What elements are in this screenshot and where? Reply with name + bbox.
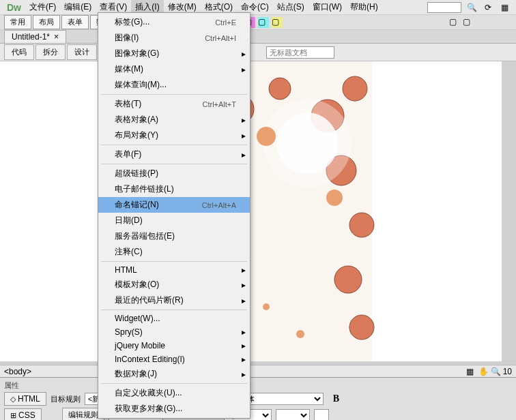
submenu-arrow-icon: ▸ <box>242 341 246 350</box>
menu-item-WidgetW[interactable]: Widget(W)... <box>98 312 250 325</box>
menu-separator <box>101 261 247 262</box>
zoom-tool-icon[interactable]: 🔍 <box>491 367 500 376</box>
svg-point-29 <box>334 266 362 293</box>
svg-point-40 <box>296 330 304 338</box>
menu-item-label: 媒体查询(M)... <box>115 79 236 91</box>
menu-edit[interactable]: 编辑(E) <box>60 0 96 15</box>
view-code[interactable]: 代码 <box>4 44 34 60</box>
menu-item-I[interactable]: 图像(I)Ctrl+Alt+I <box>98 30 250 46</box>
menu-item-A[interactable]: 表格对象(A)▸ <box>98 112 250 127</box>
menu-file[interactable]: 文件(F) <box>25 0 60 15</box>
menu-item-M[interactable]: 媒体查询(M)... <box>98 77 250 93</box>
tb-icon-sep2[interactable]: ▢ <box>463 17 474 28</box>
menu-item-T[interactable]: 表格(T)Ctrl+Alt+T <box>98 96 250 112</box>
bold-button[interactable]: B <box>333 393 339 404</box>
menubar: Dw 文件(F) 编辑(E) 查看(V) 插入(I) 修改(M) 格式(O) 命… <box>0 0 516 15</box>
menu-window[interactable]: 窗口(W) <box>309 0 346 15</box>
svg-point-30 <box>349 315 374 340</box>
tag-path[interactable]: <body> <box>4 367 31 376</box>
menu-item-label: 注释(C) <box>115 246 236 258</box>
submenu-arrow-icon: ▸ <box>242 355 246 364</box>
menu-item-label: 表格(T) <box>115 98 202 110</box>
select-tool-icon[interactable]: ▦ <box>466 367 476 376</box>
view-split[interactable]: 拆分 <box>35 44 66 60</box>
menu-item-label: 布局对象(Y) <box>115 130 236 141</box>
menu-item-J[interactable]: 数据对象(J)▸ <box>98 366 250 382</box>
menu-item-label: 服务器端包括(E) <box>115 230 236 242</box>
submenu-arrow-icon: ▸ <box>242 131 246 140</box>
tb-icon-sep1[interactable]: ▢ <box>449 17 460 28</box>
menu-item-label: 表格对象(A) <box>115 114 236 125</box>
svg-point-32 <box>263 99 352 188</box>
layout-dropdown[interactable] <box>427 2 461 13</box>
menu-item-Y[interactable]: 布局对象(Y)▸ <box>98 127 250 143</box>
tb-icon-8[interactable]: ▢ <box>272 17 283 28</box>
menu-item-label: 标签(G)... <box>115 16 215 28</box>
view-design[interactable]: 设计 <box>67 44 97 60</box>
menu-item-SpryS[interactable]: Spry(S)▸ <box>98 325 250 339</box>
menu-item-label: jQuery Mobile <box>115 341 236 350</box>
menu-item-jQueryMobile[interactable]: jQuery Mobile▸ <box>98 339 250 352</box>
menu-item-InContextEditingI[interactable]: InContext Editing(I)▸ <box>98 352 250 366</box>
svg-point-28 <box>349 213 374 237</box>
insert-dropdown-menu: 标签(G)...Ctrl+E图像(I)Ctrl+Alt+I图像对象(G)▸媒体(… <box>98 12 250 419</box>
menu-item-label: 超级链接(P) <box>115 168 236 179</box>
menu-item-label: 媒体(M) <box>115 63 236 75</box>
props-css-tab[interactable]: ⊞ CSS <box>4 408 42 421</box>
menu-item-R[interactable]: 最近的代码片断(R)▸ <box>98 292 250 308</box>
menu-item-E[interactable]: 服务器端包括(E) <box>98 228 250 244</box>
menu-item-label: 获取更多对象(G)... <box>115 403 236 415</box>
menu-item-G[interactable]: 获取更多对象(G)... <box>98 401 250 417</box>
tb-icon-7[interactable]: ▢ <box>258 17 269 28</box>
submenu-arrow-icon: ▸ <box>242 296 246 305</box>
menu-item-M[interactable]: 媒体(M)▸ <box>98 61 250 77</box>
menu-item-G[interactable]: 标签(G)...Ctrl+E <box>98 14 250 30</box>
menu-help[interactable]: 帮助(H) <box>346 0 382 15</box>
menubar-right: 🔍 ⟳ ▦ <box>427 2 516 13</box>
close-icon[interactable]: × <box>54 32 59 42</box>
menu-item-L[interactable]: 电子邮件链接(L) <box>98 181 250 197</box>
menu-item-label: 数据对象(J) <box>115 368 236 380</box>
submenu-arrow-icon: ▸ <box>242 115 246 125</box>
menu-item-O[interactable]: 模板对象(O)▸ <box>98 277 250 292</box>
tab-layout[interactable]: 布局 <box>33 15 60 29</box>
svg-point-21 <box>269 78 291 100</box>
menu-item-D[interactable]: 日期(D) <box>98 213 250 228</box>
menu-item-C[interactable]: 注释(C) <box>98 244 250 260</box>
props-html-tab[interactable]: ◇ HTML <box>4 392 46 406</box>
doc-tab-bar: Untitled-1* × <box>0 30 516 44</box>
hand-tool-icon[interactable]: ✋ <box>478 367 488 376</box>
menu-item-label: 模板对象(O) <box>115 279 236 290</box>
svg-point-34 <box>257 127 276 146</box>
submenu-arrow-icon: ▸ <box>242 65 246 74</box>
menu-item-HTML[interactable]: HTML▸ <box>98 263 250 277</box>
app-logo: Dw <box>3 2 25 13</box>
grid-icon[interactable]: ▦ <box>498 2 511 13</box>
doc-tab[interactable]: Untitled-1* × <box>4 30 66 43</box>
menu-shortcut: Ctrl+E <box>215 18 236 27</box>
sync-icon[interactable]: ⟳ <box>482 2 494 13</box>
menu-item-P[interactable]: 超级链接(P) <box>98 166 250 181</box>
menu-item-label: InContext Editing(I) <box>115 355 236 364</box>
svg-point-38 <box>263 303 270 310</box>
menu-item-N[interactable]: 命名锚记(N)Ctrl+Alt+A <box>98 197 250 213</box>
title-input[interactable] <box>266 46 334 59</box>
search-icon[interactable]: 🔍 <box>465 2 478 13</box>
tab-common[interactable]: 常用 <box>4 15 31 29</box>
color-swatch[interactable] <box>314 409 329 421</box>
menu-shortcut: Ctrl+Alt+A <box>202 201 236 209</box>
menu-item-label: Widget(W)... <box>115 314 236 323</box>
menu-item-F[interactable]: 表单(F)▸ <box>98 147 250 162</box>
tab-forms[interactable]: 表单 <box>61 15 89 29</box>
submenu-arrow-icon: ▸ <box>242 265 246 275</box>
size-unit-select[interactable] <box>276 409 310 421</box>
insert-toolbar: 常用 布局 表单 数据 Spry jQ ▢ ▢ ▢ ▢ ▢ ▢ ▢ ▢ ▢ ▢ <box>0 15 516 30</box>
menu-separator <box>101 383 247 384</box>
menu-item-label: 表单(F) <box>115 149 236 160</box>
menu-separator <box>101 145 247 145</box>
menu-item-G[interactable]: 图像对象(G)▸ <box>98 46 250 61</box>
menu-site[interactable]: 站点(S) <box>273 0 309 15</box>
svg-point-36 <box>326 190 343 206</box>
menu-item-U[interactable]: 自定义收藏夹(U)... <box>98 385 250 401</box>
document-canvas[interactable] <box>0 61 502 361</box>
